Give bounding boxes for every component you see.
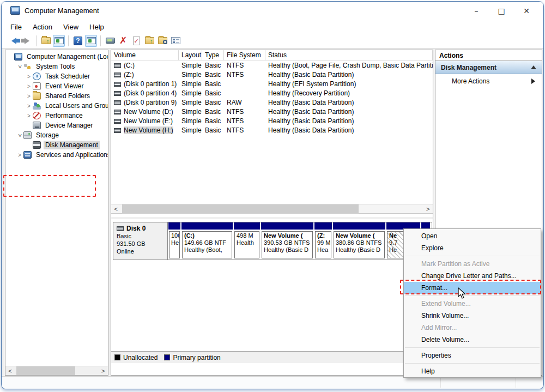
column-header-type[interactable]: Type [202, 50, 224, 61]
scroll-left-icon[interactable]: < [5, 368, 15, 374]
volume-row[interactable]: (Disk 0 partition 4)SimpleBasicHealthy (… [111, 88, 433, 98]
partition[interactable]: (Z:99 MHea [314, 222, 332, 260]
tree-scroll-thumb[interactable] [16, 366, 75, 376]
file-system-cell: NTFS [224, 108, 265, 116]
menu-action[interactable]: Action [27, 22, 58, 32]
volume-name-cell: (Z:) [111, 71, 179, 79]
menu-item-explore[interactable]: Explore [404, 242, 541, 254]
menu-file[interactable]: File [5, 22, 27, 32]
menu-item-open[interactable]: Open [404, 230, 541, 242]
export-icon[interactable]: ↑ [143, 35, 155, 47]
tree-item-local-users-and-groups[interactable]: >Local Users and Groups [5, 101, 108, 111]
partition[interactable]: (C:)149.66 GB NTFHealthy (Boot, [181, 222, 233, 260]
verify-disk-icon[interactable] [130, 35, 142, 47]
more-actions-item[interactable]: More Actions [435, 74, 542, 88]
menu-item-properties[interactable]: Properties [404, 349, 541, 361]
menu-item-shrink-volume[interactable]: Shrink Volume... [404, 310, 541, 322]
minimize-button[interactable]: – [464, 2, 489, 20]
tree-item-performance[interactable]: >Performance [5, 111, 108, 120]
volume-name: (Z:) [124, 71, 134, 79]
partition[interactable]: 498 MHealth [233, 222, 261, 260]
partition-body[interactable]: 100Hea [169, 231, 180, 258]
expander-expanded-icon[interactable]: > [17, 132, 23, 138]
collapse-icon[interactable] [531, 65, 536, 69]
tree-horizontal-scrollbar[interactable]: < > [5, 366, 108, 375]
volume-name-cell: New Volume (E:) [111, 117, 179, 125]
status-cell: Healthy (EFI System Partition) [265, 80, 433, 88]
show-action-pane-icon[interactable] [85, 35, 97, 47]
maximize-button[interactable]: □ [489, 2, 514, 20]
partition-body[interactable]: (Z:99 MHea [315, 231, 331, 258]
expander-collapsed-icon[interactable]: > [26, 83, 32, 89]
expander-collapsed-icon[interactable]: > [26, 93, 32, 99]
layout-cell: Simple [179, 108, 202, 116]
volume-row[interactable]: (Disk 0 partition 9)SimpleBasicRAWHealth… [111, 98, 433, 107]
expander-expanded-icon[interactable]: > [17, 64, 23, 69]
volume-row[interactable]: New Volume (D:)SimpleBasicNTFSHealthy (B… [111, 107, 433, 116]
partition[interactable]: 100Hea [168, 222, 181, 260]
volume-row[interactable]: (C:)SimpleBasicNTFSHealthy (Boot, Page F… [111, 61, 433, 70]
back-icon[interactable] [8, 35, 20, 47]
volume-name: New Volume (E:) [124, 117, 173, 125]
expander-collapsed-icon[interactable]: > [17, 152, 22, 158]
menu-item-delete-volume[interactable]: Delete Volume... [404, 334, 541, 346]
partition-body[interactable]: New Volume (380.86 GB NTFSHealthy (Basic… [334, 231, 385, 258]
column-header-layout[interactable]: Layout [179, 50, 202, 61]
find-icon[interactable] [156, 35, 168, 47]
window-title: Computer Management [25, 7, 99, 15]
properties-icon[interactable] [169, 35, 181, 47]
console-window-icon[interactable] [104, 35, 116, 47]
expander-collapsed-icon[interactable]: > [26, 103, 32, 109]
volume-icon [114, 63, 121, 68]
volume-list: VolumeLayoutTypeFile SystemStatus (C:)Si… [111, 50, 433, 204]
column-header-volume[interactable]: Volume [111, 50, 179, 61]
partition-body[interactable]: (C:)149.66 GB NTFHealthy (Boot, [182, 231, 232, 258]
tree-item-services-and-applications[interactable]: >Services and Applications [5, 150, 108, 160]
tree-item-computer-management-local[interactable]: Computer Management (Local [5, 52, 108, 62]
column-header-file-system[interactable]: File System [224, 50, 265, 61]
up-one-level-icon[interactable]: ↑ [40, 35, 52, 47]
volume-row[interactable]: New Volume (H:)SimpleBasicNTFSHealthy (B… [111, 125, 433, 135]
volume-icon [114, 91, 121, 96]
expander-collapsed-icon[interactable]: > [26, 113, 32, 119]
tree-item-task-scheduler[interactable]: >Task Scheduler [5, 71, 108, 81]
scroll-right-icon[interactable]: > [99, 368, 108, 374]
volume-row[interactable]: (Disk 0 partition 1)SimpleBasicHealthy (… [111, 79, 433, 88]
menu-item-help[interactable]: Help [404, 365, 541, 377]
file-system-cell: NTFS [224, 62, 265, 69]
tree-item-device-manager[interactable]: Device Manager [5, 120, 108, 130]
help-icon[interactable]: ? [72, 35, 84, 47]
menu-item-format[interactable]: Format... [404, 282, 541, 294]
partition[interactable]: New Volume (390.53 GB NTFSHealthy (Basic… [261, 222, 314, 260]
menu-item-change-drive-letter-and-paths[interactable]: Change Drive Letter and Paths... [404, 270, 541, 282]
partition-body[interactable]: New Volume (390.53 GB NTFSHealthy (Basic… [262, 231, 313, 258]
disk-0-tile[interactable]: Disk 0 Basic 931.50 GB Online [113, 222, 168, 260]
volume-row[interactable]: (Z:)SimpleBasicNTFSHealthy (Basic Data P… [111, 70, 433, 79]
tree-item-storage[interactable]: >Storage [5, 130, 108, 140]
expander-collapsed-icon[interactable]: > [26, 74, 32, 80]
actions-section-disk-management[interactable]: Disk Management [435, 61, 542, 74]
partition[interactable]: New Volume (380.86 GB NTFSHealthy (Basic… [332, 222, 386, 260]
close-button[interactable]: ✕ [514, 2, 539, 20]
tree-item-event-viewer[interactable]: >Event Viewer [5, 81, 108, 91]
primary-partition-swatch [164, 354, 170, 360]
column-header-status[interactable]: Status [265, 50, 433, 61]
tree-item-system-tools[interactable]: >System Tools [5, 62, 108, 71]
menu-view[interactable]: View [58, 22, 84, 32]
forward-icon[interactable] [21, 35, 33, 47]
volume-list-horizontal-scrollbar[interactable]: < > [111, 204, 433, 214]
partition-body[interactable]: 498 MHealth [234, 231, 259, 258]
partition-color-bar [333, 222, 385, 230]
volume-name: (C:) [124, 62, 135, 69]
menu-help[interactable]: Help [84, 22, 110, 32]
actions-header: Actions [435, 50, 542, 61]
show-console-tree-icon[interactable] [53, 35, 65, 47]
tree-item-shared-folders[interactable]: >Shared Folders [5, 91, 108, 101]
scroll-right-icon[interactable]: > [423, 206, 433, 212]
delete-icon[interactable]: ✗ [117, 35, 129, 47]
scroll-left-icon[interactable]: < [111, 206, 120, 212]
status-cell: Healthy (Basic Data Partition) [265, 126, 433, 134]
volume-scroll-thumb[interactable] [122, 204, 359, 214]
volume-row[interactable]: New Volume (E:)SimpleBasicNTFSHealthy (B… [111, 116, 433, 125]
tree-item-disk-management[interactable]: Disk Management [5, 140, 108, 150]
